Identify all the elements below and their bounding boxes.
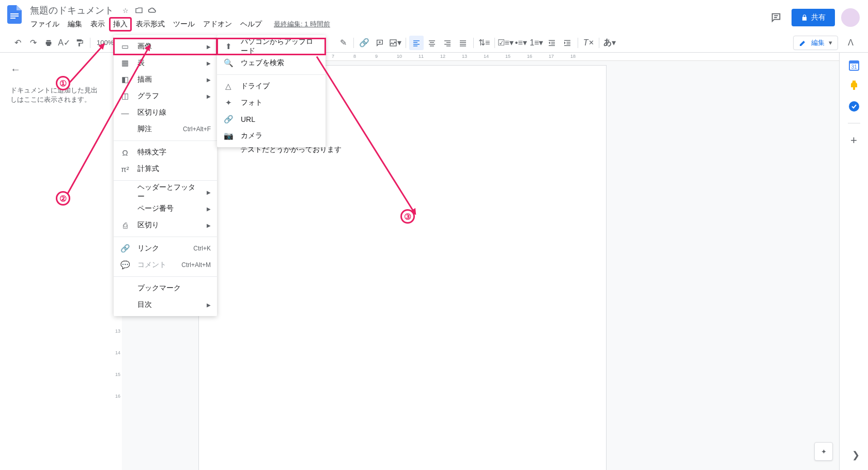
- pi-icon: π²: [120, 165, 130, 174]
- checklist-icon[interactable]: ☑≡▾: [498, 36, 513, 50]
- comments-icon[interactable]: [767, 8, 785, 27]
- docs-logo[interactable]: [4, 4, 25, 25]
- hr-icon: —: [120, 108, 130, 117]
- tasks-icon[interactable]: [848, 100, 860, 113]
- last-edit[interactable]: 最終編集: 1 時間前: [272, 18, 332, 31]
- svg-rect-35: [853, 87, 855, 90]
- insert-image[interactable]: ▭画像▶: [114, 38, 217, 55]
- editing-mode[interactable]: 編集 ▾: [793, 36, 838, 50]
- svg-rect-20: [460, 40, 466, 41]
- outline-back-icon[interactable]: ←: [10, 61, 27, 77]
- document-title[interactable]: 無題のドキュメント: [27, 3, 117, 18]
- svg-rect-9: [413, 42, 417, 42]
- highlight-icon[interactable]: ✎: [336, 36, 350, 50]
- omega-icon: Ω: [120, 148, 130, 157]
- chevron-right-icon: ▶: [207, 44, 211, 50]
- svg-rect-2: [10, 18, 16, 19]
- svg-rect-22: [460, 44, 466, 44]
- bullet-list-icon[interactable]: •≡▾: [514, 36, 528, 50]
- insert-toc[interactable]: 目次▶: [114, 296, 217, 313]
- menu-file[interactable]: ファイル: [27, 18, 63, 31]
- menu-help[interactable]: ヘルプ: [237, 18, 266, 31]
- svg-rect-13: [430, 42, 434, 42]
- insert-equation[interactable]: π²計算式: [114, 161, 217, 177]
- insert-comment: 💬コメントCtrl+Alt+M: [114, 257, 217, 273]
- add-addon-icon[interactable]: +: [848, 134, 860, 146]
- svg-rect-23: [460, 45, 466, 46]
- indent-decrease-icon[interactable]: [545, 36, 559, 50]
- svg-text:31: 31: [851, 64, 857, 70]
- insert-dropdown: ▭画像▶ ▦表▶ ◧描画▶ ◫グラフ▶ —区切り線 脚注Ctrl+Alt+F Ω…: [114, 35, 217, 316]
- align-right-icon[interactable]: [440, 36, 455, 50]
- collapse-toolbar-icon[interactable]: ᐱ: [843, 36, 858, 50]
- link-icon[interactable]: 🔗: [357, 36, 371, 50]
- image-search-web[interactable]: 🔍ウェブを検索: [217, 55, 326, 71]
- insert-hr[interactable]: —区切り線: [114, 104, 217, 121]
- share-button[interactable]: 共有: [792, 9, 835, 26]
- insert-chart[interactable]: ◫グラフ▶: [114, 88, 217, 104]
- insert-table[interactable]: ▦表▶: [114, 55, 217, 71]
- clear-format-icon[interactable]: T✕: [581, 36, 596, 50]
- redo-icon[interactable]: ↷: [26, 36, 40, 50]
- image-submenu: ⬆パソコンからアップロード 🔍ウェブを検索 △ドライブ ✦フォト 🔗URL 📷カ…: [217, 35, 326, 147]
- title-area: 無題のドキュメント ☆ ファイル 編集 表示 挿入 表示形式 ツール アドオン …: [25, 4, 767, 31]
- image-url[interactable]: 🔗URL: [217, 111, 326, 128]
- spellcheck-icon[interactable]: A✓: [57, 36, 71, 50]
- annotation-badge-3: ③: [400, 209, 415, 224]
- table-icon: ▦: [120, 58, 130, 68]
- menu-format[interactable]: 表示形式: [132, 18, 168, 31]
- svg-rect-0: [10, 13, 19, 14]
- insert-drawing[interactable]: ◧描画▶: [114, 71, 217, 88]
- svg-rect-26: [551, 43, 555, 44]
- line-spacing-icon[interactable]: ⇅≡: [477, 36, 491, 50]
- svg-rect-11: [413, 45, 417, 46]
- insert-special-chars[interactable]: Ω特殊文字: [114, 144, 217, 161]
- image-upload[interactable]: ⬆パソコンからアップロード: [217, 38, 326, 55]
- numbered-list-icon[interactable]: 1≡▾: [529, 36, 544, 50]
- avatar[interactable]: [841, 8, 860, 27]
- undo-icon[interactable]: ↶: [10, 36, 25, 50]
- svg-rect-19: [446, 45, 451, 46]
- calendar-icon[interactable]: 31: [848, 59, 860, 71]
- insert-header-footer[interactable]: ヘッダーとフッター▶: [114, 184, 217, 200]
- insert-break[interactable]: ⎙区切り▶: [114, 217, 217, 233]
- menu-view[interactable]: 表示: [87, 18, 109, 31]
- explore-button[interactable]: ✦: [814, 442, 833, 461]
- paint-format-icon[interactable]: [72, 36, 87, 50]
- break-icon: ⎙: [120, 221, 130, 230]
- input-tools-icon[interactable]: あ▾: [602, 36, 617, 50]
- image-photos[interactable]: ✦フォト: [217, 95, 326, 111]
- cloud-icon[interactable]: [148, 6, 157, 15]
- svg-rect-30: [567, 43, 570, 44]
- side-panel-expand-icon[interactable]: ❯: [852, 449, 860, 461]
- menu-edit[interactable]: 編集: [64, 18, 86, 31]
- keep-icon[interactable]: [848, 80, 860, 92]
- align-justify-icon[interactable]: [456, 36, 470, 50]
- header: 無題のドキュメント ☆ ファイル 編集 表示 挿入 表示形式 ツール アドオン …: [0, 0, 868, 33]
- annotation-badge-1: ①: [56, 76, 70, 90]
- svg-rect-1: [10, 15, 19, 17]
- move-icon[interactable]: [134, 6, 144, 15]
- menu-addons[interactable]: アドオン: [199, 18, 236, 31]
- svg-rect-16: [444, 40, 451, 41]
- image-camera[interactable]: 📷カメラ: [217, 128, 326, 144]
- indent-increase-icon[interactable]: [560, 36, 575, 50]
- star-icon[interactable]: ☆: [121, 6, 130, 15]
- insert-page-number[interactable]: ページ番号▶: [114, 200, 217, 217]
- insert-image-icon[interactable]: ▾: [388, 36, 402, 50]
- insert-bookmark[interactable]: ブックマーク: [114, 280, 217, 296]
- add-comment-icon[interactable]: [373, 36, 387, 50]
- insert-footnote[interactable]: 脚注Ctrl+Alt+F: [114, 121, 217, 137]
- image-drive[interactable]: △ドライブ: [217, 78, 326, 95]
- align-left-icon[interactable]: [409, 36, 424, 50]
- share-label: 共有: [811, 13, 826, 22]
- print-icon[interactable]: [41, 36, 56, 50]
- svg-rect-18: [444, 44, 451, 44]
- align-center-icon[interactable]: [425, 36, 439, 50]
- insert-link[interactable]: 🔗リンクCtrl+K: [114, 240, 217, 257]
- menu-tools[interactable]: ツール: [169, 18, 198, 31]
- menu-insert[interactable]: 挿入: [110, 18, 131, 31]
- svg-rect-29: [567, 42, 570, 42]
- editing-mode-label: 編集: [811, 38, 825, 48]
- drive-icon: △: [223, 82, 234, 91]
